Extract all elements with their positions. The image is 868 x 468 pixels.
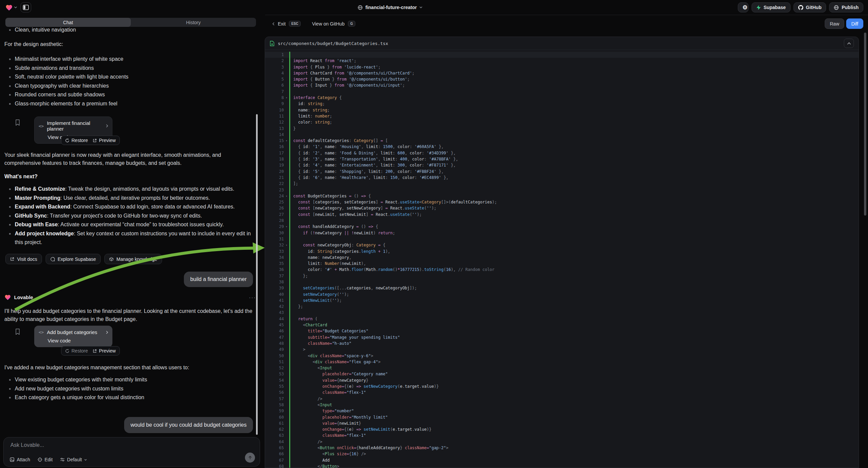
code-line: 4import ChartCard from '@/components/ui/… (265, 70, 859, 76)
view-code-link[interactable]: View code (48, 338, 108, 344)
settings-button[interactable]: ⚙ (738, 2, 749, 12)
code-line: 2import React from 'react'; (265, 58, 859, 64)
restore-button[interactable]: Restore (65, 138, 88, 143)
diff-toggle-button[interactable]: Diff (846, 19, 863, 29)
explore-supabase-button[interactable]: Explore Supabase (45, 254, 101, 264)
attach-button[interactable]: Attach (10, 457, 30, 462)
version-card-add-budget-categories[interactable]: <> Add budget categories View code (34, 326, 113, 347)
code-line: 8▾interface Category { (265, 95, 859, 101)
image-icon (10, 457, 14, 462)
code-line: 62 onChange={(e) => setNewLimit(e.target… (265, 427, 859, 432)
file-path: src/components/budget/BudgetCategories.t… (278, 41, 388, 46)
chat-panel: Chat History Clean, intuitive navigation… (0, 15, 265, 468)
code-line: 63 className="flex-1" (265, 432, 859, 438)
external-link-icon (10, 257, 14, 261)
list-item: Add project knowledge: Set key context o… (4, 229, 251, 247)
code-line: 57 /> (265, 396, 859, 402)
view-on-github-button[interactable]: View on GitHub (312, 21, 345, 27)
chat-scrollbar[interactable] (256, 114, 258, 435)
code-scrollbar[interactable] (864, 33, 866, 215)
code-line: 31 (265, 236, 859, 242)
design-heading: For the design aesthetic: (4, 40, 63, 48)
target-icon (38, 457, 42, 462)
bookmark-icon[interactable] (15, 119, 21, 126)
more-options-icon[interactable]: ··· (249, 294, 256, 300)
code-view-header: Exit ESC View on GitHub G Raw Diff (265, 15, 868, 32)
code-line: 35 limit: Number(newLimit), (265, 261, 859, 267)
code-line: 50 <div className="space-y-6"> (265, 353, 859, 359)
code-line: 53 placeholder="Category name" (265, 371, 859, 377)
manage-knowledge-button[interactable]: Manage knowledge (104, 254, 162, 264)
user-message-add-categories: would be cool if you could add budget ca… (124, 417, 253, 433)
code-diff-view[interactable]: 12import React from 'react';3import { Pl… (265, 50, 859, 468)
code-line: 41 setNewLimit(''); (265, 297, 859, 303)
toggle-sidebar-button[interactable] (21, 2, 31, 12)
code-line: 17 { id: '2', name: 'Food & Dining', lim… (265, 150, 859, 156)
code-line: 59 type="number" (265, 408, 859, 414)
chevron-down-icon (420, 6, 423, 8)
design-bullet-list: Minimalist interface with plenty of whit… (4, 55, 254, 108)
lovable-heart-icon (5, 4, 13, 11)
edit-button[interactable]: Edit (38, 457, 53, 462)
code-line: 16 { id: '1', name: 'Housing', limit: 15… (265, 144, 859, 150)
ask-lovable-input[interactable] (10, 442, 245, 448)
code-line: 60 placeholder="Monthly limit" (265, 414, 859, 420)
chat-bubble-icon (50, 257, 55, 262)
code-line: 12 color: string; (265, 119, 859, 125)
code-line: 49 > (265, 347, 859, 352)
code-line: 52 <Input (265, 365, 859, 371)
esc-key-badge: ESC (289, 21, 301, 27)
knowledge-box-icon (109, 257, 114, 262)
assistant-message-ready: Your sleek financial planner is now read… (4, 151, 254, 167)
code-line: 23 (265, 187, 859, 193)
code-line: 61 value={newLimit} (265, 420, 859, 427)
code-line: 29▾ const handleAddCategory = () => { (265, 224, 859, 230)
bookmark-icon[interactable] (15, 328, 21, 335)
code-line: 40 setNewCategory(''); (265, 291, 859, 297)
code-line: 34 name: newCategory, (265, 255, 859, 261)
code-line: 26 const [newCategory, setNewCategory] =… (265, 205, 859, 211)
code-line: 9 id: string; (265, 101, 859, 107)
code-line: 1 (265, 52, 859, 58)
code-line: 39 setCategories([...categories, newCate… (265, 285, 859, 291)
code-line: 20 { id: '5', name: 'Shopping', limit: 2… (265, 169, 859, 175)
code-line: 15▾const defaultCategories: Category[] =… (265, 138, 859, 144)
visit-docs-button[interactable]: Visit docs (5, 254, 42, 264)
publish-button[interactable]: Publish (829, 2, 863, 12)
collapse-file-button[interactable] (844, 39, 854, 48)
code-line: 28 (265, 217, 859, 224)
list-item: GitHub Sync: Transfer your project's cod… (4, 211, 251, 221)
code-line: 13} (265, 125, 859, 131)
project-switcher[interactable]: financial-future-creator (358, 2, 423, 12)
code-line: 3import { Plus } from 'lucide-react'; (265, 64, 859, 70)
supabase-button[interactable]: Supabase (751, 2, 790, 12)
chevron-down-icon (14, 6, 17, 8)
list-item: Master Prompting: Use clear, detailed, a… (4, 194, 251, 203)
code-line: 45 <ChartCard (265, 322, 859, 328)
lovable-heart-icon (4, 294, 11, 300)
list-item: Rounded corners and subtle shadows (4, 90, 254, 99)
restore-button[interactable]: Restore (65, 348, 88, 353)
lovable-logo-menu[interactable] (5, 4, 17, 11)
exit-button[interactable]: Exit (278, 21, 285, 27)
code-line: 65 <Button onClick={handleAddCategory} c… (265, 445, 859, 451)
send-button[interactable] (245, 452, 255, 463)
top-bar: financial-future-creator ⚙ Supabase GitH… (0, 0, 868, 15)
chevron-right-icon (106, 124, 108, 127)
whats-next-heading: What's next? (4, 174, 38, 180)
preview-button[interactable]: Preview (93, 348, 116, 353)
file-header[interactable]: src/components/budget/BudgetCategories.t… (265, 37, 859, 50)
code-line: 24▾const BudgetCategories = () => { (265, 193, 859, 199)
raw-toggle-button[interactable]: Raw (825, 19, 844, 29)
code-icon: <> (39, 330, 44, 335)
github-button[interactable]: GitHub (794, 2, 827, 12)
project-name: financial-future-creator (365, 5, 417, 10)
list-item: Add new budget categories with custom li… (4, 384, 254, 393)
preview-button[interactable]: Preview (93, 138, 116, 143)
code-line: 66 <Plus size={16} /> (265, 451, 859, 457)
mode-selector[interactable]: Default (60, 457, 87, 462)
supabase-icon (756, 5, 761, 10)
list-item: Clean typography with clear hierarchies (4, 82, 254, 91)
code-line: 38 (265, 279, 859, 285)
code-line: 68 </Button> (265, 463, 859, 468)
